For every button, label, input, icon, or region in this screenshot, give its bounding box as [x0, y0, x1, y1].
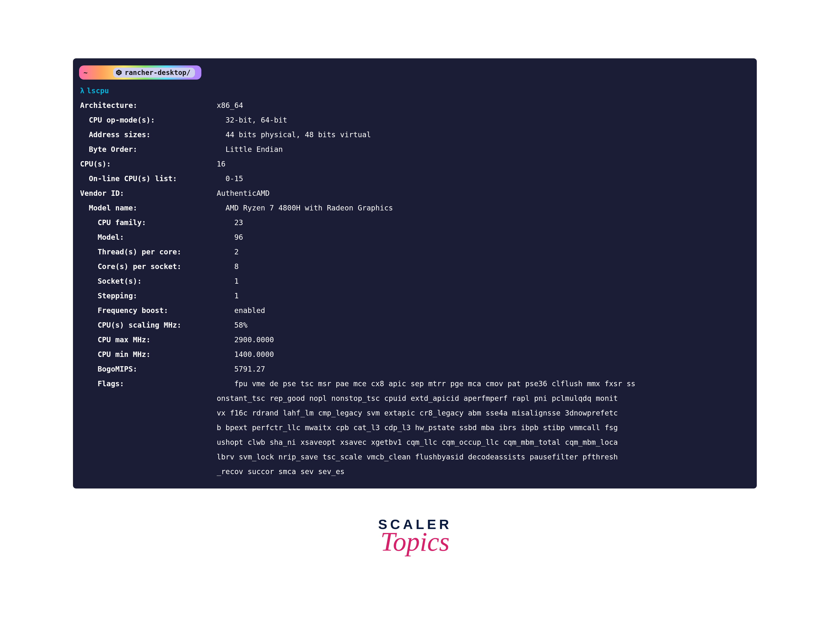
- lscpu-value: 32-bit, 64-bit: [225, 113, 287, 127]
- lscpu-label: Byte Order:: [80, 142, 225, 157]
- kubernetes-icon: [116, 69, 122, 76]
- lscpu-value: 2: [234, 244, 239, 259]
- logo-line-topics: Topics: [378, 528, 452, 555]
- k8s-context-chip: rancher-desktop/: [113, 68, 195, 78]
- lscpu-value: 8: [234, 259, 239, 274]
- terminal-window: ~ rancher-desktop/ λlscpu Architectur: [73, 59, 757, 488]
- lscpu-value: 1: [234, 274, 239, 289]
- scaler-topics-logo: SCALER Topics: [378, 517, 452, 555]
- lscpu-value: 58%: [234, 318, 247, 333]
- lscpu-value: 16: [217, 157, 225, 171]
- lscpu-label: Model:: [80, 230, 234, 244]
- lscpu-value: enabled: [234, 303, 265, 318]
- lscpu-value: AMD Ryzen 7 4800H with Radeon Graphics: [225, 201, 393, 215]
- lscpu-flags-value: fpu vme de pse tsc msr pae mce cx8 apic …: [234, 376, 635, 391]
- lscpu-row: Frequency boost:enabled: [80, 303, 757, 318]
- lscpu-flags-label: Flags:: [80, 376, 234, 391]
- lscpu-row: Thread(s) per core:2: [80, 244, 757, 259]
- terminal-tab-active[interactable]: ~ rancher-desktop/: [79, 65, 201, 79]
- lscpu-row: Vendor ID:AuthenticAMD: [80, 186, 757, 201]
- lscpu-value: AuthenticAMD: [217, 186, 270, 201]
- lscpu-flags-continuation: onstant_tsc rep_good nopl nonstop_tsc cp…: [80, 391, 757, 406]
- terminal-tabbar: ~ rancher-desktop/: [73, 59, 757, 82]
- lscpu-value: 5791.27: [234, 362, 265, 376]
- lscpu-label: Address sizes:: [80, 127, 225, 142]
- lscpu-value: 1: [234, 289, 239, 303]
- home-dir-glyph: ~: [84, 68, 88, 77]
- k8s-context-label: rancher-desktop/: [125, 68, 191, 77]
- lscpu-label: Core(s) per socket:: [80, 259, 234, 274]
- lscpu-row: CPU op-mode(s):32-bit, 64-bit: [80, 113, 757, 127]
- lscpu-value: 96: [234, 230, 243, 244]
- lscpu-flags-continuation: ushopt clwb sha_ni xsaveopt xsavec xgetb…: [80, 435, 757, 450]
- rainbow-stripes-icon: [89, 68, 111, 78]
- lscpu-row: Byte Order:Little Endian: [80, 142, 757, 157]
- lscpu-row: CPU(s):16: [80, 157, 757, 171]
- lscpu-label: Architecture:: [80, 98, 217, 113]
- lscpu-value: 0-15: [225, 171, 243, 186]
- prompt-command: lscpu: [87, 86, 109, 95]
- lscpu-row: CPU family:23: [80, 215, 757, 230]
- lscpu-row: Socket(s):1: [80, 274, 757, 289]
- lscpu-label: Thread(s) per core:: [80, 244, 234, 259]
- lscpu-label: Model name:: [80, 201, 225, 215]
- lscpu-label: Stepping:: [80, 289, 234, 303]
- lscpu-row: Stepping:1: [80, 289, 757, 303]
- lscpu-label: CPU min MHz:: [80, 347, 234, 362]
- lscpu-value: 2900.0000: [234, 333, 274, 347]
- lscpu-value: x86_64: [217, 98, 243, 113]
- lscpu-row: CPU max MHz:2900.0000: [80, 333, 757, 347]
- prompt-line: λlscpu: [80, 84, 757, 98]
- lscpu-label: BogoMIPS:: [80, 362, 234, 376]
- lscpu-row: Model:96: [80, 230, 757, 244]
- lscpu-flags-row: Flags: fpu vme de pse tsc msr pae mce cx…: [80, 376, 757, 391]
- page: ~ rancher-desktop/ λlscpu Architectur: [0, 0, 830, 644]
- lscpu-flags-continuation: lbrv svm_lock nrip_save tsc_scale vmcb_c…: [80, 450, 757, 464]
- lscpu-row: On-line CPU(s) list:0-15: [80, 171, 757, 186]
- lscpu-flags-continuation: vx f16c rdrand lahf_lm cmp_legacy svm ex…: [80, 406, 757, 420]
- lscpu-row: Architecture:x86_64: [80, 98, 757, 113]
- lscpu-value: Little Endian: [225, 142, 283, 157]
- lscpu-row: CPU(s) scaling MHz:58%: [80, 318, 757, 333]
- lscpu-flags-continuation: _recov succor smca sev sev_es: [80, 464, 757, 479]
- lscpu-value: 44 bits physical, 48 bits virtual: [225, 127, 371, 142]
- lscpu-row: BogoMIPS:5791.27: [80, 362, 757, 376]
- terminal-body[interactable]: λlscpu Architecture:x86_64CPU op-mode(s)…: [73, 82, 757, 479]
- brand-logo-area: SCALER Topics: [73, 517, 757, 555]
- lscpu-row: Model name:AMD Ryzen 7 4800H with Radeon…: [80, 201, 757, 215]
- svg-marker-0: [116, 70, 122, 76]
- lscpu-row: Address sizes:44 bits physical, 48 bits …: [80, 127, 757, 142]
- lscpu-label: On-line CPU(s) list:: [80, 171, 225, 186]
- lscpu-label: CPU(s):: [80, 157, 217, 171]
- lscpu-value: 1400.0000: [234, 347, 274, 362]
- lscpu-label: CPU op-mode(s):: [80, 113, 225, 127]
- lscpu-label: CPU max MHz:: [80, 333, 234, 347]
- lscpu-label: Vendor ID:: [80, 186, 217, 201]
- lscpu-label: Frequency boost:: [80, 303, 234, 318]
- lscpu-label: Socket(s):: [80, 274, 234, 289]
- lscpu-row: Core(s) per socket:8: [80, 259, 757, 274]
- prompt-lambda-icon: λ: [80, 86, 84, 95]
- lscpu-row: CPU min MHz:1400.0000: [80, 347, 757, 362]
- lscpu-label: CPU(s) scaling MHz:: [80, 318, 234, 333]
- lscpu-value: 23: [234, 215, 243, 230]
- lscpu-label: CPU family:: [80, 215, 234, 230]
- lscpu-flags-continuation: b bpext perfctr_llc mwaitx cpb cat_l3 cd…: [80, 420, 757, 435]
